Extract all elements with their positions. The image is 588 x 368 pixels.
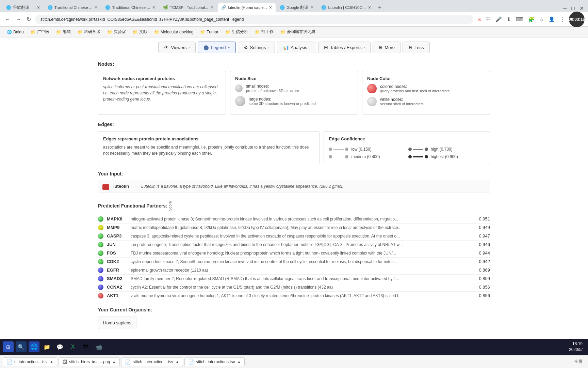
bookmark-baidu[interactable]: 🌐 Baidu [4, 29, 27, 35]
bookmark-docking[interactable]: 📁 Molecular docking [151, 29, 196, 35]
minimize-button[interactable]: ─ [561, 5, 568, 12]
download-item-1[interactable]: 📄 n_interaction....tsv ▲ [3, 357, 57, 366]
forward-button[interactable]: → [14, 15, 22, 24]
partner-akt1-score: 0.856 [476, 293, 490, 298]
sougou-icon[interactable]: S [476, 15, 482, 24]
tab-3-close[interactable]: ✕ [152, 5, 156, 10]
legend-button[interactable]: ⬤ Legend ▾ [198, 42, 235, 53]
back-button[interactable]: ← [3, 15, 12, 24]
tab-5-close[interactable]: ✕ [269, 5, 272, 10]
download-item-2[interactable]: 🖼 stitch_hires_ima....png ▲ [59, 357, 120, 366]
download-item-4[interactable]: 📄 stitch_interactions.tsv ▲ [184, 357, 245, 366]
taskbar-app-icon[interactable]: 🗺 [80, 341, 91, 352]
download-arrow-1[interactable]: ▲ [49, 359, 53, 364]
tab-6[interactable]: 🌐 Google 翻译 ✕ [276, 3, 317, 12]
partner-fos[interactable]: FOS FBJ murine osteosarcoma viral oncoge… [98, 249, 490, 258]
settings-button[interactable]: ⚙ Settings › [238, 42, 275, 53]
tab-1-favicon: 🌐 [6, 5, 11, 10]
download-item-3[interactable]: 📄 stitch_interaction....tsv ▲ [121, 357, 183, 366]
reload-button[interactable]: ↻ [25, 15, 32, 24]
tab-7-close[interactable]: ✕ [368, 5, 371, 10]
bookmark-dictionary[interactable]: 📁 爱词霸在线词典 [278, 28, 318, 35]
partner-jun[interactable]: JUN jun proto-oncogene; Transcription fa… [98, 241, 490, 249]
translate-icon[interactable]: 中 [484, 15, 492, 24]
tab-2[interactable]: 🌐 Traditional Chinese ... ✕ [44, 3, 101, 12]
menu-icon[interactable]: ⋮ [558, 15, 566, 24]
luteolin-row: luteolin Luteolin is a flavone, a type o… [98, 181, 490, 193]
address-input[interactable] [35, 15, 473, 24]
node-size-card: Node Size small nodes: protein of unknow… [230, 71, 358, 115]
more-button[interactable]: ⊕ More [373, 42, 401, 53]
edges-section-title: Edges: [98, 122, 490, 127]
taskbar-excel-icon[interactable]: X [67, 341, 78, 352]
nav-buttons-row: 👁 Viewers › ⬤ Legend ▾ ⚙ Settings › 📊 An… [0, 37, 588, 56]
tables-arrow: › [364, 45, 365, 49]
close-button[interactable]: ✕ [578, 4, 585, 12]
bookmark-guangzhongyi[interactable]: 📁 广中医 [28, 28, 52, 35]
conf-highest-dot2 [425, 155, 428, 158]
bookmark-jobs[interactable]: 📁 找工作 [252, 28, 276, 35]
tab-1-close[interactable]: ✕ [37, 5, 40, 10]
bookmark-literature[interactable]: 📁 文献 [130, 28, 150, 35]
node-size-small-text: small nodes: protein of unknown 3D struc… [246, 84, 299, 93]
mic-icon[interactable]: 🎤 [494, 15, 503, 24]
tab-3[interactable]: 🌐 Traditional Chinese ... ✕ [102, 3, 159, 12]
tab-6-close[interactable]: ✕ [310, 5, 314, 10]
conf-low-dot2 [345, 148, 348, 151]
tables-exports-button[interactable]: ⊞ Tables / Exports › [318, 42, 371, 53]
analysis-arrow: › [309, 45, 311, 49]
partner-ccna2[interactable]: CCNA2 cyclin A2; Essential for the contr… [98, 283, 490, 292]
extensions-icon[interactable]: 🧩 [527, 15, 536, 24]
tab-4-title: TCMSP - Traditional... [170, 5, 208, 10]
tab-2-close[interactable]: ✕ [94, 5, 98, 10]
taskbar-start-icon[interactable]: ⊞ [3, 341, 14, 352]
partner-mmp9[interactable]: MMP9 matrix metallopeptidase 9 (gelatina… [98, 224, 490, 232]
partner-mapk8[interactable]: MAPK8 mitogen-activated protein kinase 8… [98, 215, 490, 224]
tab-5-favicon: 🔗 [221, 5, 226, 10]
tab-4-close[interactable]: ✕ [210, 5, 214, 10]
taskbar-video-icon[interactable]: 📹 [93, 341, 104, 352]
taskbar-files-icon[interactable]: 📁 [42, 341, 52, 352]
new-tab-button[interactable]: + [375, 4, 385, 12]
bookmark-jobs-label: 找工作 [261, 29, 274, 35]
partner-cdk2[interactable]: CDK2 cyclin-dependent kinase 2; Serine/t… [98, 258, 490, 266]
partner-smad2[interactable]: SMAD2 SMAD family member 2; Receptor-reg… [98, 275, 490, 283]
conf-highest-bar [413, 156, 423, 157]
bookmark-bioinformatics[interactable]: 📁 生信分析 [223, 28, 251, 35]
bookmark-docking-label: Molecular docking [161, 30, 194, 34]
taskbar-wechat-icon[interactable]: 💬 [54, 341, 65, 352]
bookmark-star-icon[interactable]: ☆ [538, 15, 545, 24]
tab-7[interactable]: 🌐 Luteolin | C15H10O... ✕ [318, 3, 374, 12]
fullscreen-button[interactable]: 全屏 [572, 357, 585, 366]
download-arrow-2[interactable]: ▲ [112, 359, 116, 364]
partner-akt1[interactable]: AKT1 v-akt murine thymoma viral oncogene… [98, 292, 490, 300]
download-arrow-3[interactable]: ▲ [175, 359, 179, 364]
less-button[interactable]: ⊖ Less [403, 42, 429, 53]
tab-5[interactable]: 🔗 luteolin (Homo sapie... ✕ [218, 3, 276, 12]
taskbar-search-icon[interactable]: 🔍 [16, 341, 27, 352]
bookmark-tumor[interactable]: 📁 Tumor [197, 29, 221, 35]
partner-egfr[interactable]: EGFR epidermal growth factor receptor (1… [98, 266, 490, 275]
page-content: 👁 Viewers › ⬤ Legend ▾ ⚙ Settings › 📊 An… [0, 37, 588, 341]
download-icon[interactable]: ⬇ [505, 15, 512, 24]
conf-low-bar [333, 149, 344, 150]
taskbar-date-value: 2020/5/ [569, 347, 583, 353]
analysis-button[interactable]: 📊 Analysis › [277, 42, 316, 53]
tab-4[interactable]: 🌿 TCMSP - Traditional... ✕ [160, 3, 217, 12]
tab-1[interactable]: 🌐 谷歌翻译 ✕ [3, 3, 44, 12]
bookmark-research[interactable]: 📁 科研学术 [75, 28, 103, 35]
profile-icon[interactable]: 👤 [547, 15, 556, 24]
viewers-button[interactable]: 👁 Viewers › [158, 42, 196, 53]
taskbar-chrome-icon[interactable]: 🌐 [29, 341, 39, 352]
bookmark-lab[interactable]: 📁 实验室 [104, 28, 129, 35]
download-arrow-4[interactable]: ▲ [237, 359, 241, 364]
tables-exports-label: Tables / Exports [330, 45, 362, 50]
partner-casp3-dot [98, 233, 103, 239]
keyboard-icon[interactable]: ⌨ [514, 15, 525, 24]
bookmark-email[interactable]: 📁 邮箱 [53, 28, 74, 35]
white-node-item: white nodes: second shell of interactors [367, 97, 485, 106]
white-node-icon [367, 97, 377, 106]
maximize-button[interactable]: □ [570, 5, 576, 12]
partner-casp3[interactable]: CASP3 caspase 3, apoptosis-related cyste… [98, 232, 490, 241]
timer-display: 00:03:16 [569, 17, 585, 22]
